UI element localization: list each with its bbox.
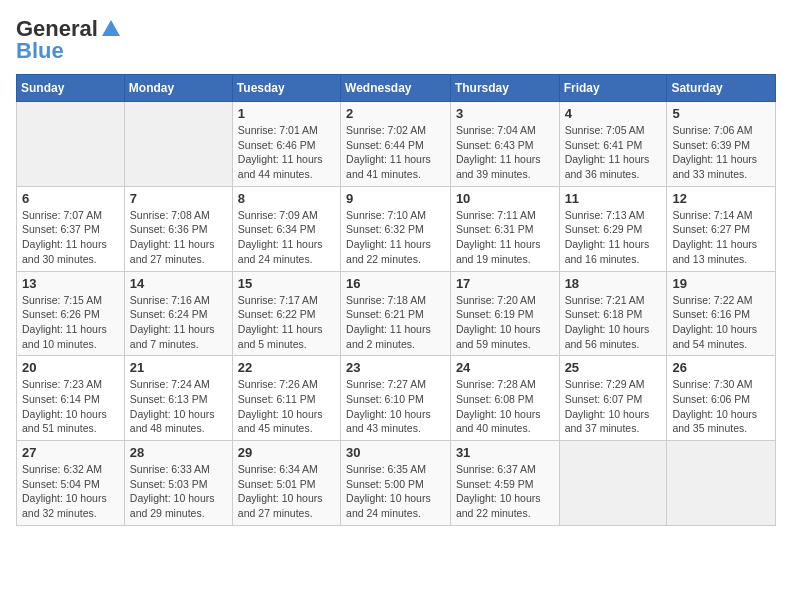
day-number: 25 [565,360,662,375]
calendar-cell: 30Sunrise: 6:35 AM Sunset: 5:00 PM Dayli… [341,441,451,526]
day-number: 24 [456,360,554,375]
day-info: Sunrise: 7:01 AM Sunset: 6:46 PM Dayligh… [238,123,335,182]
day-info: Sunrise: 6:34 AM Sunset: 5:01 PM Dayligh… [238,462,335,521]
day-number: 26 [672,360,770,375]
day-info: Sunrise: 7:10 AM Sunset: 6:32 PM Dayligh… [346,208,445,267]
calendar-cell: 6Sunrise: 7:07 AM Sunset: 6:37 PM Daylig… [17,186,125,271]
calendar-cell: 2Sunrise: 7:02 AM Sunset: 6:44 PM Daylig… [341,102,451,187]
day-number: 2 [346,106,445,121]
calendar-cell: 19Sunrise: 7:22 AM Sunset: 6:16 PM Dayli… [667,271,776,356]
calendar-week-3: 13Sunrise: 7:15 AM Sunset: 6:26 PM Dayli… [17,271,776,356]
weekday-header-thursday: Thursday [450,75,559,102]
day-info: Sunrise: 7:06 AM Sunset: 6:39 PM Dayligh… [672,123,770,182]
day-info: Sunrise: 7:23 AM Sunset: 6:14 PM Dayligh… [22,377,119,436]
weekday-header-row: SundayMondayTuesdayWednesdayThursdayFrid… [17,75,776,102]
day-info: Sunrise: 6:32 AM Sunset: 5:04 PM Dayligh… [22,462,119,521]
day-info: Sunrise: 7:04 AM Sunset: 6:43 PM Dayligh… [456,123,554,182]
calendar-cell: 12Sunrise: 7:14 AM Sunset: 6:27 PM Dayli… [667,186,776,271]
day-info: Sunrise: 7:15 AM Sunset: 6:26 PM Dayligh… [22,293,119,352]
calendar-cell: 13Sunrise: 7:15 AM Sunset: 6:26 PM Dayli… [17,271,125,356]
day-info: Sunrise: 7:13 AM Sunset: 6:29 PM Dayligh… [565,208,662,267]
calendar-cell [17,102,125,187]
day-number: 17 [456,276,554,291]
day-number: 21 [130,360,227,375]
calendar-cell: 15Sunrise: 7:17 AM Sunset: 6:22 PM Dayli… [232,271,340,356]
weekday-header-friday: Friday [559,75,667,102]
calendar-cell: 23Sunrise: 7:27 AM Sunset: 6:10 PM Dayli… [341,356,451,441]
day-info: Sunrise: 7:08 AM Sunset: 6:36 PM Dayligh… [130,208,227,267]
day-info: Sunrise: 7:24 AM Sunset: 6:13 PM Dayligh… [130,377,227,436]
day-number: 18 [565,276,662,291]
calendar-table: SundayMondayTuesdayWednesdayThursdayFrid… [16,74,776,526]
calendar-cell: 17Sunrise: 7:20 AM Sunset: 6:19 PM Dayli… [450,271,559,356]
calendar-cell: 27Sunrise: 6:32 AM Sunset: 5:04 PM Dayli… [17,441,125,526]
day-number: 23 [346,360,445,375]
day-info: Sunrise: 7:02 AM Sunset: 6:44 PM Dayligh… [346,123,445,182]
day-info: Sunrise: 6:35 AM Sunset: 5:00 PM Dayligh… [346,462,445,521]
svg-marker-0 [102,20,120,36]
calendar-cell: 20Sunrise: 7:23 AM Sunset: 6:14 PM Dayli… [17,356,125,441]
day-number: 13 [22,276,119,291]
calendar-cell: 24Sunrise: 7:28 AM Sunset: 6:08 PM Dayli… [450,356,559,441]
day-info: Sunrise: 7:30 AM Sunset: 6:06 PM Dayligh… [672,377,770,436]
day-info: Sunrise: 7:11 AM Sunset: 6:31 PM Dayligh… [456,208,554,267]
day-number: 27 [22,445,119,460]
day-number: 22 [238,360,335,375]
calendar-cell: 26Sunrise: 7:30 AM Sunset: 6:06 PM Dayli… [667,356,776,441]
day-number: 12 [672,191,770,206]
day-info: Sunrise: 7:26 AM Sunset: 6:11 PM Dayligh… [238,377,335,436]
day-info: Sunrise: 7:20 AM Sunset: 6:19 PM Dayligh… [456,293,554,352]
day-number: 3 [456,106,554,121]
day-info: Sunrise: 7:16 AM Sunset: 6:24 PM Dayligh… [130,293,227,352]
day-info: Sunrise: 7:17 AM Sunset: 6:22 PM Dayligh… [238,293,335,352]
calendar-cell: 4Sunrise: 7:05 AM Sunset: 6:41 PM Daylig… [559,102,667,187]
day-info: Sunrise: 7:29 AM Sunset: 6:07 PM Dayligh… [565,377,662,436]
day-number: 6 [22,191,119,206]
calendar-cell: 16Sunrise: 7:18 AM Sunset: 6:21 PM Dayli… [341,271,451,356]
day-number: 15 [238,276,335,291]
day-info: Sunrise: 7:07 AM Sunset: 6:37 PM Dayligh… [22,208,119,267]
day-number: 29 [238,445,335,460]
calendar-cell: 8Sunrise: 7:09 AM Sunset: 6:34 PM Daylig… [232,186,340,271]
day-number: 31 [456,445,554,460]
calendar-cell: 3Sunrise: 7:04 AM Sunset: 6:43 PM Daylig… [450,102,559,187]
calendar-cell: 25Sunrise: 7:29 AM Sunset: 6:07 PM Dayli… [559,356,667,441]
weekday-header-tuesday: Tuesday [232,75,340,102]
day-number: 19 [672,276,770,291]
day-info: Sunrise: 7:05 AM Sunset: 6:41 PM Dayligh… [565,123,662,182]
day-number: 1 [238,106,335,121]
day-info: Sunrise: 6:37 AM Sunset: 4:59 PM Dayligh… [456,462,554,521]
calendar-week-2: 6Sunrise: 7:07 AM Sunset: 6:37 PM Daylig… [17,186,776,271]
day-info: Sunrise: 7:21 AM Sunset: 6:18 PM Dayligh… [565,293,662,352]
calendar-cell: 10Sunrise: 7:11 AM Sunset: 6:31 PM Dayli… [450,186,559,271]
day-info: Sunrise: 7:27 AM Sunset: 6:10 PM Dayligh… [346,377,445,436]
calendar-cell: 9Sunrise: 7:10 AM Sunset: 6:32 PM Daylig… [341,186,451,271]
logo: General Blue [16,16,122,64]
calendar-cell: 21Sunrise: 7:24 AM Sunset: 6:13 PM Dayli… [124,356,232,441]
day-number: 8 [238,191,335,206]
calendar-cell: 5Sunrise: 7:06 AM Sunset: 6:39 PM Daylig… [667,102,776,187]
weekday-header-monday: Monday [124,75,232,102]
weekday-header-wednesday: Wednesday [341,75,451,102]
calendar-cell: 18Sunrise: 7:21 AM Sunset: 6:18 PM Dayli… [559,271,667,356]
weekday-header-sunday: Sunday [17,75,125,102]
calendar-cell: 11Sunrise: 7:13 AM Sunset: 6:29 PM Dayli… [559,186,667,271]
day-number: 11 [565,191,662,206]
day-info: Sunrise: 7:18 AM Sunset: 6:21 PM Dayligh… [346,293,445,352]
weekday-header-saturday: Saturday [667,75,776,102]
calendar-cell: 29Sunrise: 6:34 AM Sunset: 5:01 PM Dayli… [232,441,340,526]
calendar-cell: 28Sunrise: 6:33 AM Sunset: 5:03 PM Dayli… [124,441,232,526]
calendar-week-4: 20Sunrise: 7:23 AM Sunset: 6:14 PM Dayli… [17,356,776,441]
day-number: 9 [346,191,445,206]
day-number: 16 [346,276,445,291]
logo-icon [100,18,122,40]
day-info: Sunrise: 7:14 AM Sunset: 6:27 PM Dayligh… [672,208,770,267]
calendar-cell [559,441,667,526]
day-number: 5 [672,106,770,121]
calendar-cell: 31Sunrise: 6:37 AM Sunset: 4:59 PM Dayli… [450,441,559,526]
day-info: Sunrise: 7:28 AM Sunset: 6:08 PM Dayligh… [456,377,554,436]
logo-blue-text: Blue [16,38,64,64]
calendar-week-5: 27Sunrise: 6:32 AM Sunset: 5:04 PM Dayli… [17,441,776,526]
calendar-cell: 22Sunrise: 7:26 AM Sunset: 6:11 PM Dayli… [232,356,340,441]
calendar-cell: 7Sunrise: 7:08 AM Sunset: 6:36 PM Daylig… [124,186,232,271]
